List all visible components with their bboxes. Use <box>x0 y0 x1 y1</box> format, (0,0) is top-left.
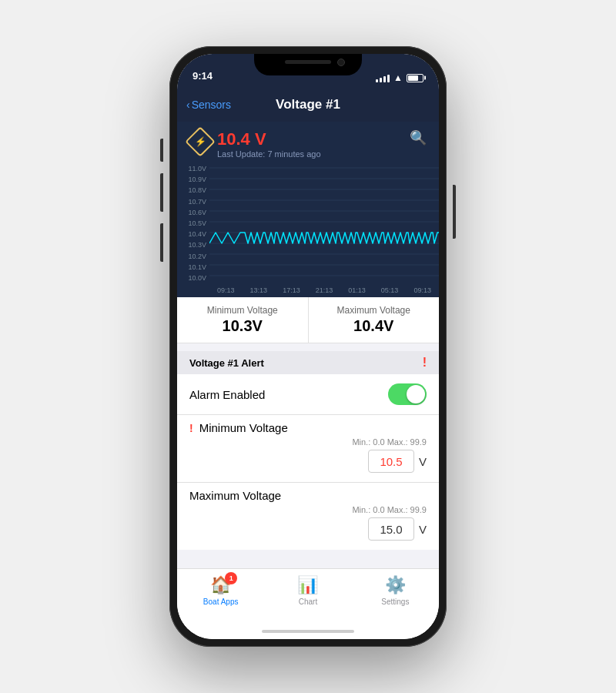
max-voltage-unit: V <box>419 523 427 536</box>
home-indicator <box>177 624 439 639</box>
power-button <box>453 185 456 239</box>
min-voltage-stat: Minimum Voltage 10.3V <box>177 297 309 343</box>
zoom-icon[interactable]: 🔍 <box>410 129 427 146</box>
phone-screen: 9:14 ▲ ‹ Sen <box>177 54 439 639</box>
max-voltage-control: V <box>189 517 427 541</box>
home-bar <box>262 630 354 633</box>
chart-svg-container: 11.0V 10.9V 10.8V 10.7V 10.6V 10.5V 10.4… <box>177 162 439 285</box>
x-label-5: 05:13 <box>381 286 399 294</box>
y-label-1: 10.9V <box>177 176 209 183</box>
signal-bar-1 <box>376 79 378 82</box>
signal-bar-4 <box>387 75 390 82</box>
volume-down-button <box>160 223 163 262</box>
tab-settings[interactable]: ⚙️ Settings <box>352 575 439 606</box>
min-voltage-header: ! Minimum Voltage <box>189 421 427 434</box>
y-label-2: 10.8V <box>177 186 209 194</box>
max-voltage-input-label: Maximum Voltage <box>189 489 427 502</box>
y-label-9: 10.1V <box>177 263 209 271</box>
camera <box>337 59 345 66</box>
voltage-reading: 10.4 V Last Update: 7 minutes ago <box>217 129 321 159</box>
y-label-8: 10.2V <box>177 253 209 260</box>
tab-boat-apps[interactable]: 🏠 1 Boat Apps <box>177 575 264 606</box>
status-icons: ▲ <box>376 72 424 83</box>
voltage-chart <box>209 162 439 285</box>
max-voltage-input-row: Maximum Voltage Min.: 0.0 Max.: 99.9 V <box>177 483 439 550</box>
alert-section-title: Voltage #1 Alert <box>189 357 264 369</box>
chevron-left-icon: ‹ <box>186 99 190 111</box>
lightning-icon: ⚡ <box>195 136 206 147</box>
max-voltage-range: Min.: 0.0 Max.: 99.9 <box>189 505 427 514</box>
chart-header-left: ⚡ 10.4 V Last Update: 7 minutes ago <box>189 129 321 159</box>
alert-header: Voltage #1 Alert ! <box>177 351 439 374</box>
signal-bars <box>376 73 390 82</box>
y-label-3: 10.7V <box>177 198 209 206</box>
alarm-toggle[interactable] <box>388 383 427 405</box>
signal-bar-3 <box>383 76 386 82</box>
y-label-5: 10.5V <box>177 219 209 227</box>
alert-section: Voltage #1 Alert ! Alarm Enabled ! Minim… <box>177 351 439 550</box>
min-voltage-input-label: Minimum Voltage <box>199 421 288 434</box>
y-label-0: 11.0V <box>177 165 209 172</box>
max-voltage-label: Maximum Voltage <box>321 305 427 316</box>
x-label-3: 21:13 <box>316 286 333 294</box>
back-label: Sensors <box>192 99 231 111</box>
max-voltage-value: 10.4V <box>321 317 427 335</box>
chart-icon: 📊 <box>297 575 318 595</box>
alarm-label: Alarm Enabled <box>189 388 265 401</box>
tab-bar: 🏠 1 Boat Apps 📊 Chart ⚙️ Settings <box>177 568 439 624</box>
min-voltage-value: 10.3V <box>189 317 296 335</box>
signal-bar-2 <box>380 78 382 82</box>
tab-chart[interactable]: 📊 Chart <box>264 575 351 606</box>
y-label-6: 10.4V <box>177 230 209 238</box>
min-voltage-field[interactable] <box>368 450 414 473</box>
min-voltage-control: V <box>189 450 427 473</box>
chart-header: ⚡ 10.4 V Last Update: 7 minutes ago 🔍 <box>177 122 439 162</box>
min-voltage-input-row: ! Minimum Voltage Min.: 0.0 Max.: 99.9 V <box>177 415 439 483</box>
y-label-10: 10.0V <box>177 274 209 282</box>
tab-boat-apps-label: Boat Apps <box>203 598 239 606</box>
settings-icon: ⚙️ <box>385 575 406 595</box>
wifi-icon: ▲ <box>393 72 403 83</box>
back-button[interactable]: ‹ Sensors <box>186 99 231 111</box>
battery-fill <box>408 75 418 81</box>
boat-apps-icon: 🏠 1 <box>210 575 231 595</box>
notch <box>254 54 362 75</box>
tab-settings-label: Settings <box>381 598 409 606</box>
tab-badge: 1 <box>225 572 237 584</box>
y-label-4: 10.6V <box>177 209 209 216</box>
x-axis-labels: 09:13 13:13 17:13 21:13 01:13 05:13 09:1… <box>177 285 439 297</box>
content-area: Minimum Voltage 10.3V Maximum Voltage 10… <box>177 297 439 568</box>
mute-button <box>160 139 163 162</box>
battery-icon <box>407 74 424 82</box>
alert-warning-icon: ! <box>423 356 427 370</box>
min-voltage-range: Min.: 0.0 Max.: 99.9 <box>189 437 427 447</box>
status-time: 9:14 <box>192 70 213 83</box>
min-voltage-warning-icon: ! <box>189 422 193 434</box>
volume-up-button <box>160 173 163 212</box>
tab-chart-label: Chart <box>299 598 317 606</box>
speaker <box>285 60 331 64</box>
voltage-value: 10.4 V <box>217 129 321 149</box>
x-label-1: 13:13 <box>250 286 268 294</box>
nav-bar: ‹ Sensors Voltage #1 <box>177 88 439 122</box>
x-label-4: 01:13 <box>348 286 366 294</box>
max-voltage-field[interactable] <box>368 517 414 541</box>
stats-row: Minimum Voltage 10.3V Maximum Voltage 10… <box>177 297 439 343</box>
voltage-icon: ⚡ <box>185 126 216 157</box>
max-voltage-stat: Maximum Voltage 10.4V <box>309 297 440 343</box>
page-title: Voltage #1 <box>276 97 340 112</box>
chart-area: ⚡ 10.4 V Last Update: 7 minutes ago 🔍 <box>177 122 439 297</box>
x-label-2: 17:13 <box>283 286 300 294</box>
min-voltage-label: Minimum Voltage <box>189 305 296 316</box>
last-update: Last Update: 7 minutes ago <box>217 149 321 159</box>
y-axis-labels: 11.0V 10.9V 10.8V 10.7V 10.6V 10.5V 10.4… <box>177 162 209 285</box>
phone-frame: 9:14 ▲ ‹ Sen <box>169 46 447 647</box>
min-voltage-unit: V <box>419 455 427 468</box>
x-label-0: 09:13 <box>217 286 235 294</box>
y-label-7: 10.3V <box>177 241 209 249</box>
alarm-enabled-row: Alarm Enabled <box>177 374 439 415</box>
x-label-6: 09:13 <box>413 286 431 294</box>
screen: 9:14 ▲ ‹ Sen <box>177 54 439 639</box>
